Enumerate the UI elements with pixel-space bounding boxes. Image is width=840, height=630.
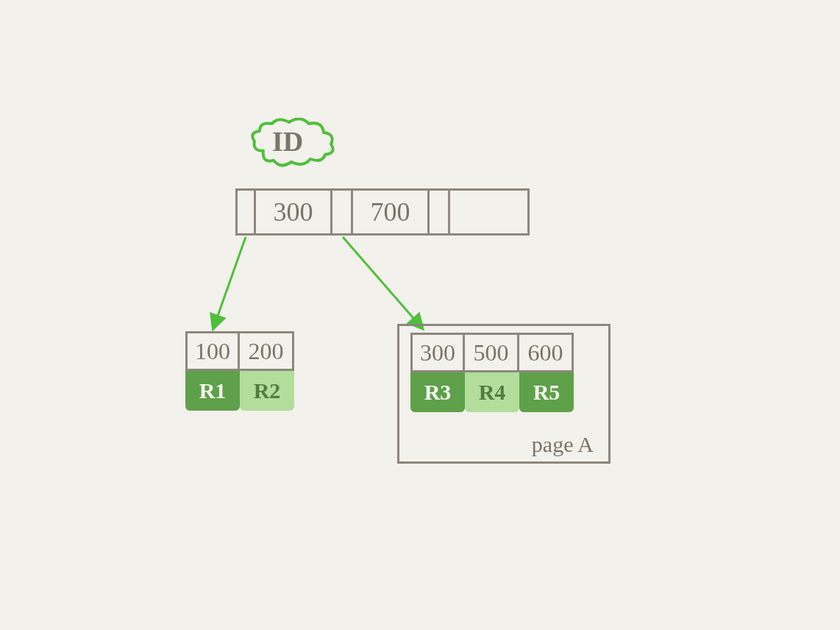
root-index-node: 300 700 xyxy=(235,188,530,236)
leaf2-rec-1: R4 xyxy=(465,372,519,412)
page-a-label: page A xyxy=(532,432,594,457)
leaf1-rec-1: R2 xyxy=(240,371,294,411)
leaf1-rec-0: R1 xyxy=(185,371,240,411)
root-ptr-0 xyxy=(235,188,256,236)
leaf-node-1: 100 200 R1 R2 xyxy=(185,331,294,411)
root-key-0: 300 xyxy=(256,188,332,236)
leaf2-rec-2: R5 xyxy=(519,372,574,412)
leaf1-key-1: 200 xyxy=(240,331,294,371)
leaf2-key-1: 500 xyxy=(465,333,519,372)
root-key-1: 700 xyxy=(353,188,430,236)
arrows xyxy=(0,0,840,630)
cloud-label: ID xyxy=(272,125,303,158)
root-ptr-1 xyxy=(332,188,353,236)
leaf2-rec-0: R3 xyxy=(410,372,465,412)
leaf-node-2: 300 500 600 R3 R4 R5 xyxy=(410,333,574,412)
leaf1-key-0: 100 xyxy=(185,331,240,371)
root-ptr-2 xyxy=(430,188,450,236)
root-empty xyxy=(450,188,530,236)
leaf2-key-2: 600 xyxy=(519,333,574,372)
leaf2-key-0: 300 xyxy=(410,333,465,372)
svg-line-0 xyxy=(213,237,246,328)
svg-line-1 xyxy=(343,237,422,328)
